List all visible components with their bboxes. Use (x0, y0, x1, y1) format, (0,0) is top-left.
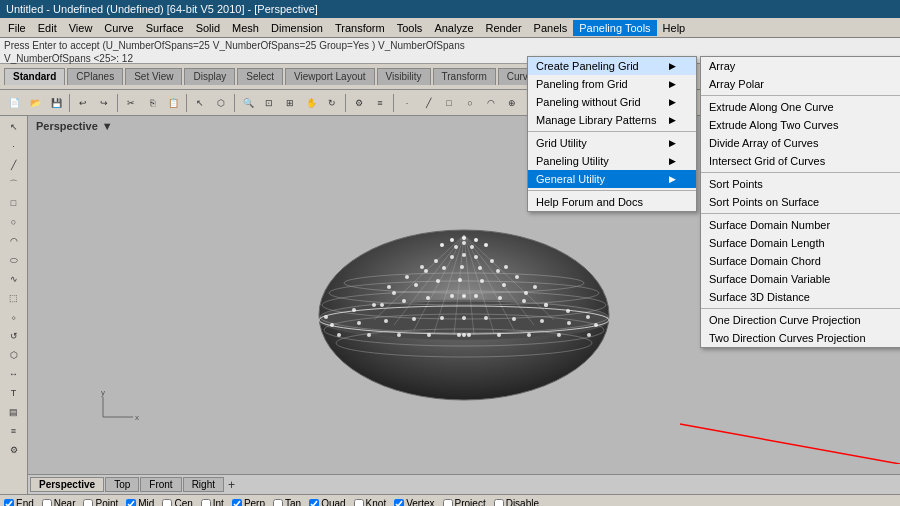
menu-view[interactable]: View (63, 20, 99, 36)
left-revolve[interactable]: ↺ (3, 327, 25, 345)
menu-panels[interactable]: Panels (528, 20, 574, 36)
submenu-extrude-one[interactable]: Extrude Along One Curve (701, 98, 900, 116)
snap-perp-checkbox[interactable] (232, 499, 242, 507)
menu-transform[interactable]: Transform (329, 20, 391, 36)
submenu-surface-domain-length[interactable]: Surface Domain Length (701, 234, 900, 252)
snap-knot-checkbox[interactable] (354, 499, 364, 507)
left-layer[interactable]: ≡ (3, 422, 25, 440)
menu-create-paneling-grid[interactable]: Create Paneling Grid ▶ (528, 57, 696, 75)
toolbar-rotate[interactable]: ↻ (322, 93, 342, 113)
toolbar-save[interactable]: 💾 (46, 93, 66, 113)
toolbar-zoom-in[interactable]: 🔍 (238, 93, 258, 113)
snap-int-checkbox[interactable] (201, 499, 211, 507)
toolbar-zoom-ext[interactable]: ⊡ (259, 93, 279, 113)
submenu-surface-domain-number[interactable]: Surface Domain Number (701, 216, 900, 234)
left-dim[interactable]: ↔ (3, 365, 25, 383)
snap-vertex-checkbox[interactable] (394, 499, 404, 507)
menu-paneling-without-grid[interactable]: Paneling without Grid ▶ (528, 93, 696, 111)
left-text[interactable]: T (3, 384, 25, 402)
snap-tan-checkbox[interactable] (273, 499, 283, 507)
left-extrude[interactable]: ⬦ (3, 308, 25, 326)
menu-dimension[interactable]: Dimension (265, 20, 329, 36)
toolbar-select[interactable]: ↖ (190, 93, 210, 113)
toolbar-open[interactable]: 📂 (25, 93, 45, 113)
toolbar-rect[interactable]: □ (439, 93, 459, 113)
snap-quad-checkbox[interactable] (309, 499, 319, 507)
menu-paneling-tools[interactable]: Paneling Tools (573, 20, 656, 36)
tab-viewport-layout[interactable]: Viewport Layout (285, 68, 375, 85)
submenu-array[interactable]: Array (701, 57, 900, 75)
left-pt[interactable]: · (3, 137, 25, 155)
menu-surface[interactable]: Surface (140, 20, 190, 36)
left-prop[interactable]: ⚙ (3, 441, 25, 459)
toolbar-new[interactable]: 📄 (4, 93, 24, 113)
toolbar-ln[interactable]: ╱ (418, 93, 438, 113)
toolbar-redo[interactable]: ↪ (94, 93, 114, 113)
submenu-surface-3d-distance[interactable]: Surface 3D Distance (701, 288, 900, 306)
left-line[interactable]: ╱ (3, 156, 25, 174)
tab-display[interactable]: Display (184, 68, 235, 85)
submenu-divide-array[interactable]: Divide Array of Curves (701, 134, 900, 152)
snap-cen-checkbox[interactable] (162, 499, 172, 507)
left-hatch[interactable]: ▤ (3, 403, 25, 421)
snap-mid-checkbox[interactable] (126, 499, 136, 507)
snap-end-checkbox[interactable] (4, 499, 14, 507)
toolbar-layer[interactable]: ≡ (370, 93, 390, 113)
submenu-sort-points-surface[interactable]: Sort Points on Surface (701, 193, 900, 211)
toolbar-pan[interactable]: ✋ (301, 93, 321, 113)
vp-tab-top[interactable]: Top (105, 477, 139, 492)
menu-help[interactable]: Help (657, 20, 692, 36)
toolbar-lasso[interactable]: ⬡ (211, 93, 231, 113)
toolbar-cut[interactable]: ✂ (121, 93, 141, 113)
left-select[interactable]: ↖ (3, 118, 25, 136)
tab-visibility[interactable]: Visibility (377, 68, 431, 85)
left-ellipse[interactable]: ⬭ (3, 251, 25, 269)
toolbar-circle[interactable]: ○ (460, 93, 480, 113)
snap-disable-checkbox[interactable] (494, 499, 504, 507)
menu-render[interactable]: Render (480, 20, 528, 36)
toolbar-copy[interactable]: ⎘ (142, 93, 162, 113)
submenu-extrude-two[interactable]: Extrude Along Two Curves (701, 116, 900, 134)
menu-general-utility[interactable]: General Utility ▶ (528, 170, 696, 188)
toolbar-zoom-all[interactable]: ⊞ (280, 93, 300, 113)
toolbar-prop[interactable]: ⚙ (349, 93, 369, 113)
submenu-one-direction[interactable]: One Direction Curve Projection (701, 311, 900, 329)
vp-tab-front[interactable]: Front (140, 477, 181, 492)
vp-tab-right[interactable]: Right (183, 477, 224, 492)
tab-standard[interactable]: Standard (4, 68, 65, 85)
menu-file[interactable]: File (2, 20, 32, 36)
tab-select[interactable]: Select (237, 68, 283, 85)
snap-near-checkbox[interactable] (42, 499, 52, 507)
vp-tab-perspective[interactable]: Perspective (30, 477, 104, 492)
left-arc[interactable]: ◠ (3, 232, 25, 250)
submenu-sort-points[interactable]: Sort Points (701, 175, 900, 193)
menu-solid[interactable]: Solid (190, 20, 226, 36)
tab-set-view[interactable]: Set View (125, 68, 182, 85)
left-mesh[interactable]: ⬡ (3, 346, 25, 364)
menu-mesh[interactable]: Mesh (226, 20, 265, 36)
left-surface[interactable]: ⬚ (3, 289, 25, 307)
submenu-two-direction[interactable]: Two Direction Curves Projection (701, 329, 900, 347)
menu-grid-utility[interactable]: Grid Utility ▶ (528, 134, 696, 152)
menu-analyze[interactable]: Analyze (428, 20, 479, 36)
left-rect[interactable]: □ (3, 194, 25, 212)
menu-curve[interactable]: Curve (98, 20, 139, 36)
submenu-array-polar[interactable]: Array Polar (701, 75, 900, 93)
toolbar-undo[interactable]: ↩ (73, 93, 93, 113)
menu-edit[interactable]: Edit (32, 20, 63, 36)
menu-paneling-from-grid[interactable]: Paneling from Grid ▶ (528, 75, 696, 93)
vp-tab-plus[interactable]: + (225, 478, 238, 492)
left-circle[interactable]: ○ (3, 213, 25, 231)
toolbar-move[interactable]: ⊕ (502, 93, 522, 113)
menu-tools[interactable]: Tools (391, 20, 429, 36)
menu-help-forum[interactable]: Help Forum and Docs (528, 193, 696, 211)
snap-project-checkbox[interactable] (443, 499, 453, 507)
left-spline[interactable]: ∿ (3, 270, 25, 288)
tab-transform[interactable]: Transform (433, 68, 496, 85)
submenu-surface-domain-variable[interactable]: Surface Domain Variable (701, 270, 900, 288)
toolbar-arc[interactable]: ◠ (481, 93, 501, 113)
toolbar-pt[interactable]: · (397, 93, 417, 113)
menu-paneling-utility[interactable]: Paneling Utility ▶ (528, 152, 696, 170)
submenu-surface-domain-chord[interactable]: Surface Domain Chord (701, 252, 900, 270)
left-polyline[interactable]: ⌒ (3, 175, 25, 193)
